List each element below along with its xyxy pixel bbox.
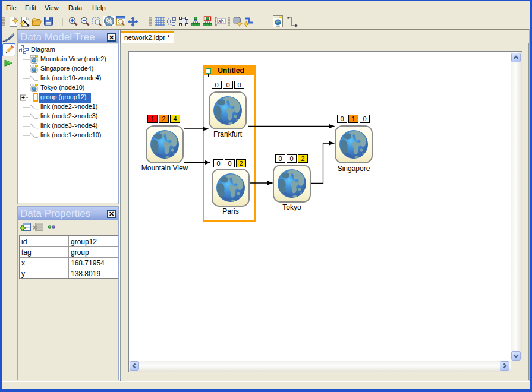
svg-text:%: %	[106, 17, 112, 26]
svg-text:ab: ab	[218, 18, 224, 24]
